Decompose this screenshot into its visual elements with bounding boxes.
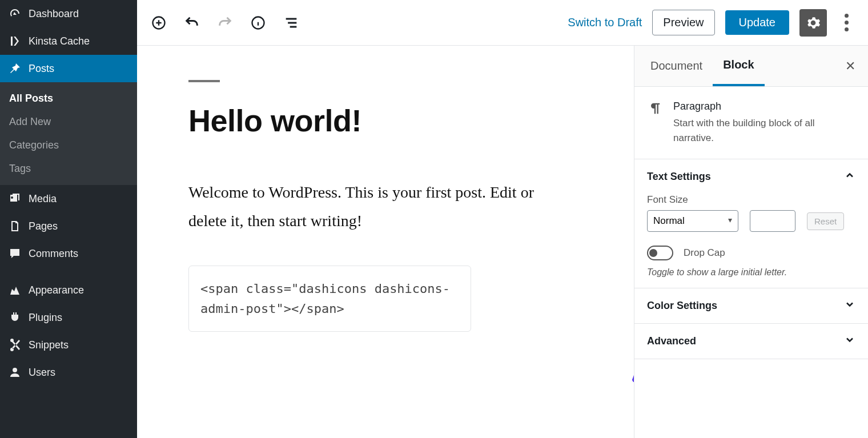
sidebar-label: Plugins	[29, 312, 62, 324]
plugins-icon	[8, 311, 22, 324]
color-settings-section: Color Settings	[634, 288, 868, 324]
update-button[interactable]: Update	[725, 10, 790, 35]
more-options-button[interactable]	[837, 14, 855, 31]
section-title: Text Settings	[647, 171, 711, 183]
users-icon	[8, 365, 22, 379]
block-info: Paragraph Start with the building block …	[634, 87, 868, 159]
chevron-down-icon	[844, 334, 855, 348]
section-title: Color Settings	[647, 300, 717, 312]
redo-button[interactable]	[216, 14, 234, 32]
sidebar-label: Dashboard	[29, 8, 79, 20]
media-icon	[8, 192, 22, 206]
pages-icon	[8, 219, 22, 233]
add-block-button[interactable]	[150, 14, 168, 32]
sidebar-label: Comments	[29, 248, 78, 260]
sidebar-item-users[interactable]: Users	[0, 359, 137, 386]
info-button[interactable]	[249, 14, 267, 32]
editor-topbar: Switch to Draft Preview Update	[137, 0, 868, 46]
sidebar-sub-add-new[interactable]: Add New	[0, 110, 137, 134]
sidebar-label: Kinsta Cache	[29, 35, 90, 47]
tab-document[interactable]: Document	[640, 46, 713, 86]
sidebar-item-snippets[interactable]: Snippets	[0, 331, 137, 359]
block-name: Paragraph	[673, 101, 855, 112]
sidebar-sub-categories[interactable]: Categories	[0, 134, 137, 157]
chevron-up-icon	[844, 170, 855, 184]
advanced-toggle[interactable]: Advanced	[647, 334, 855, 348]
sidebar-label: Pages	[29, 220, 58, 232]
sidebar-label: Appearance	[29, 284, 84, 296]
sidebar-item-comments[interactable]: Comments	[0, 240, 137, 267]
dashboard-icon	[8, 7, 22, 21]
main-area: Switch to Draft Preview Update Hello wor…	[137, 0, 868, 438]
advanced-section: Advanced	[634, 324, 868, 359]
text-settings-toggle[interactable]: Text Settings	[647, 170, 855, 184]
tab-block[interactable]: Block	[713, 46, 764, 86]
font-size-label: Font Size	[647, 194, 855, 206]
sidebar-item-kinsta[interactable]: Kinsta Cache	[0, 27, 137, 55]
comments-icon	[8, 247, 22, 260]
editor-canvas[interactable]: Hello world! Welcome to WordPress. This …	[137, 46, 634, 438]
text-settings-section: Text Settings Font Size Normal Reset Dro…	[634, 159, 868, 288]
sidebar-item-media[interactable]: Media	[0, 185, 137, 212]
drop-cap-help: Toggle to show a large initial letter.	[647, 267, 855, 278]
drop-cap-label: Drop Cap	[684, 247, 725, 259]
switch-to-draft-link[interactable]: Switch to Draft	[568, 16, 642, 29]
close-panel-button[interactable]: ✕	[838, 59, 862, 74]
drop-cap-toggle[interactable]	[647, 246, 673, 260]
sidebar-sub-tags[interactable]: Tags	[0, 157, 137, 180]
color-settings-toggle[interactable]: Color Settings	[647, 299, 855, 313]
undo-button[interactable]	[183, 14, 201, 32]
section-title: Advanced	[647, 335, 696, 347]
annotation-arrow-icon	[622, 326, 634, 394]
snippets-icon	[8, 338, 22, 352]
block-description: Start with the building block of all nar…	[673, 116, 855, 145]
sidebar-submenu-posts: All Posts Add New Categories Tags	[0, 82, 137, 185]
sidebar-label: Snippets	[29, 339, 69, 351]
custom-html-block[interactable]: <span class="dashicons dashicons-admin-p…	[188, 266, 471, 332]
appearance-icon	[8, 283, 22, 297]
reset-button[interactable]: Reset	[807, 212, 844, 230]
font-size-select[interactable]: Normal	[647, 210, 738, 232]
chevron-down-icon	[844, 299, 855, 313]
sidebar-item-appearance[interactable]: Appearance	[0, 276, 137, 304]
paragraph-icon	[647, 101, 663, 145]
title-rule	[188, 80, 220, 82]
font-size-input[interactable]	[750, 210, 795, 232]
sidebar-label: Users	[29, 367, 55, 379]
settings-toggle-button[interactable]	[799, 9, 827, 37]
preview-button[interactable]: Preview	[652, 10, 714, 35]
kinsta-icon	[8, 34, 22, 48]
sidebar-item-posts[interactable]: Posts	[0, 55, 137, 82]
post-title[interactable]: Hello world!	[188, 103, 582, 138]
settings-panel: Document Block ✕ Paragraph Start with th…	[634, 46, 868, 438]
pin-icon	[8, 62, 22, 75]
sidebar-item-plugins[interactable]: Plugins	[0, 304, 137, 331]
sidebar-item-pages[interactable]: Pages	[0, 212, 137, 240]
sidebar-label: Posts	[29, 63, 54, 75]
outline-button[interactable]	[282, 14, 300, 32]
sidebar-sub-all-posts[interactable]: All Posts	[0, 87, 137, 110]
admin-sidebar: Dashboard Kinsta Cache Posts All Posts A…	[0, 0, 137, 438]
panel-tabs: Document Block ✕	[634, 46, 868, 87]
sidebar-item-dashboard[interactable]: Dashboard	[0, 0, 137, 27]
paragraph-block[interactable]: Welcome to WordPress. This is your first…	[188, 178, 542, 236]
sidebar-label: Media	[29, 193, 57, 205]
